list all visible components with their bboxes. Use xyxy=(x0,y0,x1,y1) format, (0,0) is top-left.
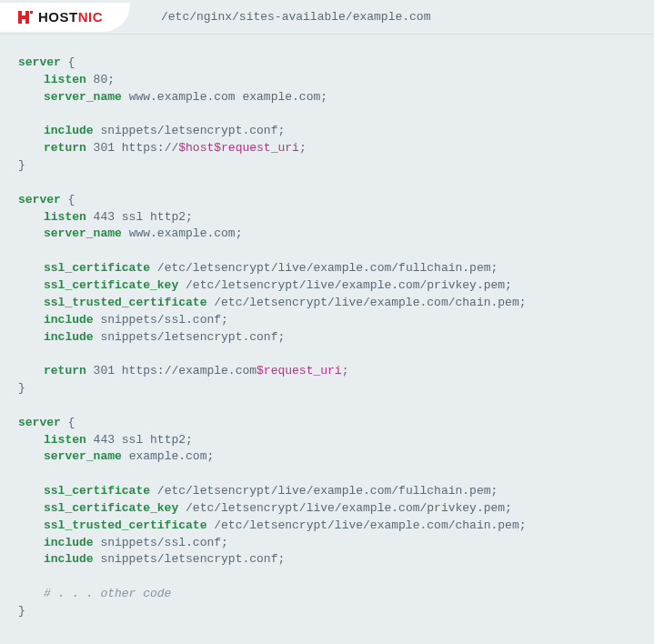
code-line xyxy=(18,243,636,260)
keyword-listen: listen xyxy=(44,73,86,86)
code-line: return 301 https://$host$request_uri; xyxy=(18,140,636,157)
logo-nic: NIC xyxy=(78,9,103,25)
keyword-listen: listen xyxy=(44,433,86,447)
code-line xyxy=(18,175,636,192)
code-line: server_name www.example.com; xyxy=(18,226,636,243)
keyword-server-name: server_name xyxy=(44,226,122,240)
code-line: ssl_certificate /etc/letsencrypt/live/ex… xyxy=(18,483,636,500)
keyword-listen: listen xyxy=(44,210,86,224)
variable-request-uri: $request_uri xyxy=(257,364,342,377)
keyword-include: include xyxy=(44,536,94,549)
logo-container: HOSTNIC xyxy=(0,3,130,32)
keyword-include: include xyxy=(44,330,94,344)
keyword-include: include xyxy=(44,124,94,137)
code-line xyxy=(18,346,636,363)
code-line: ssl_certificate_key /etc/letsencrypt/liv… xyxy=(18,500,636,518)
code-line: } xyxy=(18,380,636,397)
code-line: } xyxy=(18,157,636,175)
header-bar: HOSTNIC /etc/nginx/sites-available/examp… xyxy=(0,0,654,35)
code-line: include snippets/letsencrypt.conf; xyxy=(18,551,636,569)
code-content: server { listen 80; server_name www.exam… xyxy=(0,35,654,640)
keyword-include: include xyxy=(44,552,94,566)
code-line: return 301 https://example.com$request_u… xyxy=(18,363,636,380)
code-line: ssl_certificate_key /etc/letsencrypt/liv… xyxy=(18,277,636,295)
logo-host: HOST xyxy=(38,9,78,25)
variable-host: $host xyxy=(178,141,214,155)
code-line: listen 443 ssl http2; xyxy=(18,432,636,449)
code-line: # . . . other code xyxy=(18,586,636,603)
code-line: listen 80; xyxy=(18,72,636,89)
keyword-server-name: server_name xyxy=(44,90,122,104)
code-line: ssl_trusted_certificate /etc/letsencrypt… xyxy=(18,295,636,312)
code-line: } xyxy=(18,603,636,620)
code-line: listen 443 ssl http2; xyxy=(18,209,636,226)
keyword-server: server xyxy=(18,55,61,69)
code-line: include snippets/ssl.conf; xyxy=(18,535,636,552)
code-line xyxy=(18,466,636,483)
logo-text: HOSTNIC xyxy=(38,9,103,25)
code-line: include snippets/ssl.conf; xyxy=(18,312,636,329)
code-line xyxy=(18,397,636,415)
keyword-return: return xyxy=(44,141,86,155)
file-path: /etc/nginx/sites-available/example.com xyxy=(161,10,430,24)
code-line: ssl_trusted_certificate /etc/letsencrypt… xyxy=(18,518,636,535)
variable-request-uri: $request_uri xyxy=(214,141,299,155)
code-line: ssl_certificate /etc/letsencrypt/live/ex… xyxy=(18,260,636,277)
keyword-ssl-cert: ssl_certificate xyxy=(44,261,150,275)
code-line: server_name www.example.com example.com; xyxy=(18,89,636,106)
code-line: server { xyxy=(18,415,636,432)
keyword-ssl-trusted: ssl_trusted_certificate xyxy=(44,296,206,309)
keyword-include: include xyxy=(44,313,94,327)
hostnic-logo-icon xyxy=(16,8,35,26)
code-line xyxy=(18,106,636,124)
code-line: server { xyxy=(18,192,636,209)
keyword-server: server xyxy=(18,193,61,206)
comment-other-code: # . . . other code xyxy=(44,587,171,600)
code-line xyxy=(18,569,636,586)
code-line: include snippets/letsencrypt.conf; xyxy=(18,123,636,140)
keyword-ssl-trusted: ssl_trusted_certificate xyxy=(44,518,206,532)
keyword-ssl-key: ssl_certificate_key xyxy=(44,278,178,292)
code-line: include snippets/letsencrypt.conf; xyxy=(18,329,636,347)
code-line: server { xyxy=(18,55,636,72)
keyword-server: server xyxy=(18,416,61,429)
keyword-ssl-cert: ssl_certificate xyxy=(44,484,150,498)
keyword-server-name: server_name xyxy=(44,449,122,463)
code-line: server_name example.com; xyxy=(18,448,636,466)
keyword-ssl-key: ssl_certificate_key xyxy=(44,501,178,515)
keyword-return: return xyxy=(44,364,86,377)
